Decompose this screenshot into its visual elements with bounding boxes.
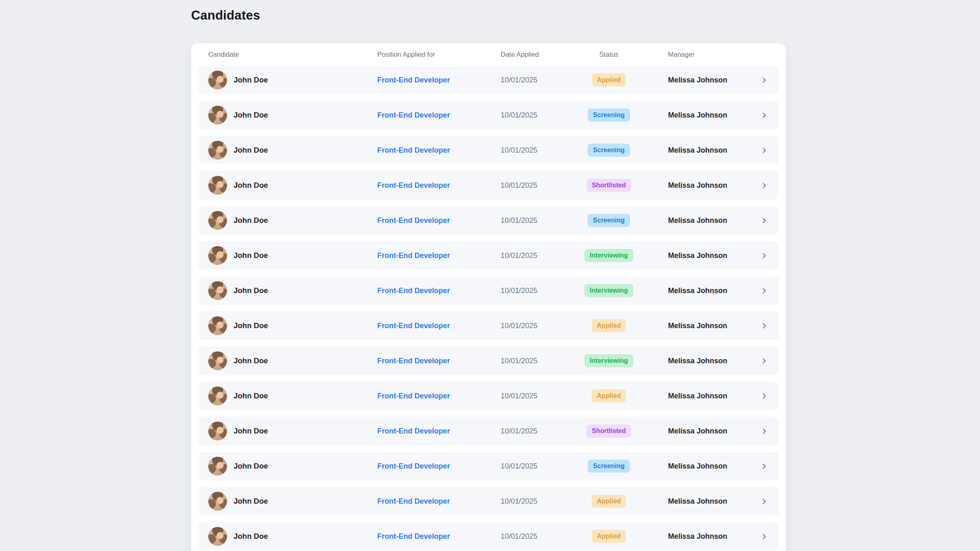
- status-badge: Screening: [588, 109, 630, 122]
- candidate-cell: John Doe: [208, 211, 377, 230]
- candidate-name: John Doe: [234, 462, 268, 471]
- date-applied: 10/01/2025: [501, 287, 570, 295]
- row-chevron[interactable]: [759, 428, 769, 435]
- table-row[interactable]: John Doe Front-End Developer 10/01/2025 …: [198, 487, 779, 515]
- candidate-name: John Doe: [234, 532, 268, 541]
- chevron-right-icon: [761, 112, 768, 119]
- row-chevron[interactable]: [759, 217, 769, 224]
- position-link[interactable]: Front-End Developer: [377, 251, 450, 260]
- table-row[interactable]: John Doe Front-End Developer 10/01/2025 …: [198, 452, 779, 480]
- candidate-name: John Doe: [234, 181, 268, 190]
- position-link[interactable]: Front-End Developer: [377, 111, 450, 120]
- column-header-status: Status: [570, 51, 648, 58]
- status-badge: Applied: [592, 495, 626, 508]
- chevron-right-icon: [761, 498, 768, 505]
- row-chevron[interactable]: [759, 322, 769, 329]
- column-header-candidate: Candidate: [208, 51, 377, 58]
- table-row[interactable]: John Doe Front-End Developer 10/01/2025 …: [198, 101, 779, 129]
- status-badge: Screening: [588, 144, 630, 157]
- status-badge: Interviewing: [584, 354, 633, 367]
- row-chevron[interactable]: [759, 287, 769, 294]
- row-chevron[interactable]: [759, 533, 769, 540]
- position-link[interactable]: Front-End Developer: [377, 181, 450, 190]
- status-badge: Applied: [592, 530, 626, 543]
- date-applied: 10/01/2025: [501, 181, 570, 190]
- candidate-name: John Doe: [234, 391, 268, 400]
- table-row[interactable]: John Doe Front-End Developer 10/01/2025 …: [198, 276, 779, 305]
- table-row[interactable]: John Doe Front-End Developer 10/01/2025 …: [198, 382, 779, 410]
- row-chevron[interactable]: [759, 358, 769, 364]
- status-badge: Interviewing: [584, 249, 633, 262]
- position-link[interactable]: Front-End Developer: [377, 532, 450, 541]
- table-row[interactable]: John Doe Front-End Developer 10/01/2025 …: [198, 241, 779, 270]
- column-header-date: Date Applied: [501, 51, 570, 58]
- candidate-cell: John Doe: [208, 422, 377, 440]
- status-cell: Screening: [570, 214, 648, 227]
- position-link[interactable]: Front-End Developer: [377, 322, 450, 330]
- position-link[interactable]: Front-End Developer: [377, 427, 450, 435]
- table-row[interactable]: John Doe Front-End Developer 10/01/2025 …: [198, 311, 779, 340]
- table-row[interactable]: John Doe Front-End Developer 10/01/2025 …: [198, 66, 779, 94]
- row-chevron[interactable]: [759, 182, 769, 189]
- avatar: [208, 71, 227, 89]
- date-applied: 10/01/2025: [501, 532, 570, 541]
- position-link[interactable]: Front-End Developer: [377, 497, 450, 506]
- chevron-right-icon: [761, 217, 768, 224]
- position-link[interactable]: Front-End Developer: [377, 216, 450, 225]
- candidate-cell: John Doe: [208, 106, 377, 124]
- date-applied: 10/01/2025: [501, 357, 570, 365]
- table-row[interactable]: John Doe Front-End Developer 10/01/2025 …: [198, 417, 779, 445]
- table-row[interactable]: John Doe Front-End Developer 10/01/2025 …: [198, 206, 779, 235]
- avatar: [208, 492, 227, 511]
- manager-name: Melissa Johnson: [648, 76, 759, 84]
- manager-name: Melissa Johnson: [648, 146, 759, 155]
- position-link[interactable]: Front-End Developer: [377, 76, 450, 84]
- candidate-name: John Doe: [234, 146, 268, 155]
- candidate-name: John Doe: [234, 216, 268, 225]
- status-cell: Interviewing: [570, 249, 648, 262]
- table-row[interactable]: John Doe Front-End Developer 10/01/2025 …: [198, 171, 779, 200]
- manager-name: Melissa Johnson: [648, 181, 759, 190]
- candidate-name: John Doe: [234, 427, 268, 435]
- position-link[interactable]: Front-End Developer: [377, 287, 450, 295]
- table-header: Candidate Position Applied for Date Appl…: [191, 43, 786, 66]
- table-row[interactable]: John Doe Front-End Developer 10/01/2025 …: [198, 522, 779, 551]
- candidate-name: John Doe: [234, 356, 268, 365]
- status-cell: Shortlisted: [570, 179, 648, 192]
- row-chevron[interactable]: [759, 393, 769, 400]
- page-title: Candidates: [191, 8, 260, 23]
- status-cell: Screening: [570, 144, 648, 157]
- candidate-cell: John Doe: [208, 492, 377, 511]
- row-chevron[interactable]: [759, 77, 769, 84]
- position-link[interactable]: Front-End Developer: [377, 357, 450, 365]
- column-header-position: Position Applied for: [377, 51, 501, 58]
- status-badge: Applied: [592, 319, 626, 332]
- candidate-name: John Doe: [234, 76, 268, 84]
- position-link[interactable]: Front-End Developer: [377, 146, 450, 155]
- candidate-cell: John Doe: [208, 351, 377, 370]
- status-cell: Screening: [570, 109, 648, 122]
- date-applied: 10/01/2025: [501, 392, 570, 400]
- chevron-right-icon: [761, 182, 768, 189]
- chevron-right-icon: [761, 77, 768, 84]
- chevron-right-icon: [761, 147, 768, 154]
- candidate-cell: John Doe: [208, 387, 377, 405]
- position-link[interactable]: Front-End Developer: [377, 392, 450, 400]
- manager-name: Melissa Johnson: [648, 357, 759, 365]
- date-applied: 10/01/2025: [501, 322, 570, 330]
- status-cell: Applied: [570, 495, 648, 508]
- table-row[interactable]: John Doe Front-End Developer 10/01/2025 …: [198, 136, 779, 164]
- chevron-right-icon: [761, 463, 768, 470]
- row-chevron[interactable]: [759, 112, 769, 119]
- chevron-right-icon: [761, 533, 768, 540]
- row-chevron[interactable]: [759, 498, 769, 505]
- table-row[interactable]: John Doe Front-End Developer 10/01/2025 …: [198, 347, 779, 375]
- row-chevron[interactable]: [759, 147, 769, 154]
- avatar: [208, 176, 227, 195]
- status-badge: Applied: [592, 389, 626, 402]
- manager-name: Melissa Johnson: [648, 497, 759, 506]
- avatar: [208, 351, 227, 370]
- row-chevron[interactable]: [759, 463, 769, 470]
- row-chevron[interactable]: [759, 252, 769, 259]
- position-link[interactable]: Front-End Developer: [377, 462, 450, 471]
